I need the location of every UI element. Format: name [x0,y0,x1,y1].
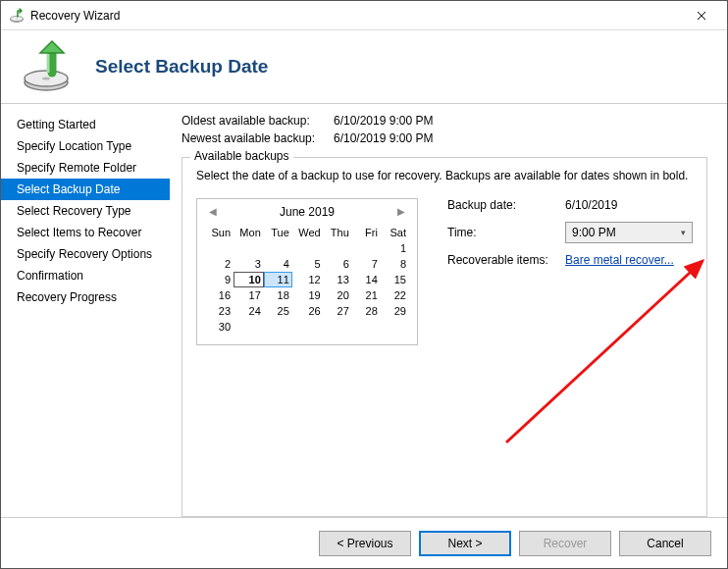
calendar-day[interactable]: 15 [381,272,409,287]
calendar-day[interactable]: 19 [292,287,324,303]
calendar-day[interactable]: 27 [324,303,352,319]
calendar-day[interactable]: 26 [292,303,324,319]
page-title: Select Backup Date [95,56,268,78]
calendar-day [324,319,352,335]
calendar-day[interactable]: 6 [324,256,352,272]
previous-button[interactable]: < Previous [319,531,411,556]
wizard-body: Getting StartedSpecify Location TypeSpec… [1,104,727,517]
calendar-month-label: June 2019 [221,205,393,219]
calendar-next-icon[interactable]: ▶ [393,206,409,217]
calendar-day-header: Thu [324,225,352,240]
calendar-day [234,319,264,335]
calendar-day[interactable]: 29 [381,303,409,319]
calendar-day[interactable]: 25 [264,303,292,319]
titlebar: Recovery Wizard [1,1,727,30]
calendar-day-header: Sat [381,225,409,240]
sidebar: Getting StartedSpecify Location TypeSpec… [1,104,170,517]
calendar-day[interactable]: 2 [205,256,234,272]
oldest-backup-value: 6/10/2019 9:00 PM [334,114,433,128]
recovery-wizard-window: Recovery Wizard Select Backup Date Getti… [0,0,728,569]
calendar-grid: SunMonTueWedThuFriSat 123456789101112131… [205,225,409,335]
sidebar-item[interactable]: Select Recovery Type [1,200,170,222]
footer: < Previous Next > Recover Cancel [1,517,727,568]
calendar-day [352,319,381,335]
calendar-day[interactable]: 17 [234,287,264,303]
calendar-day[interactable]: 18 [264,287,292,303]
recover-button: Recover [519,531,611,556]
calendar-day[interactable]: 30 [205,319,234,335]
calendar-day-header: Sun [205,225,234,240]
calendar-day[interactable]: 12 [292,272,324,287]
group-title: Available backups [190,149,293,163]
backup-date-label: Backup date: [447,198,565,212]
calendar-day[interactable]: 5 [292,256,324,272]
sidebar-item[interactable]: Specify Location Type [1,135,170,157]
svg-point-2 [16,18,18,19]
backup-summary: Oldest available backup: 6/10/2019 9:00 … [182,114,707,149]
window-title: Recovery Wizard [30,9,680,23]
calendar-day-header: Wed [292,225,324,240]
wizard-header: Select Backup Date [1,30,727,104]
calendar-day[interactable]: 9 [205,272,234,287]
calendar-day[interactable]: 16 [205,287,234,303]
calendar-day [352,240,381,256]
sidebar-item[interactable]: Specify Remote Folder [1,157,170,179]
backup-details: Backup date: 6/10/2019 Time: 9:00 PM ▾ [447,198,693,345]
svg-point-5 [42,78,50,80]
main-panel: Oldest available backup: 6/10/2019 9:00 … [170,104,727,517]
calendar-day[interactable]: 11 [264,272,292,287]
next-button[interactable]: Next > [419,531,511,556]
calendar-day[interactable]: 24 [234,303,264,319]
calendar-day[interactable]: 21 [352,287,381,303]
recoverable-items-label: Recoverable items: [447,253,565,267]
calendar-day[interactable]: 4 [264,256,292,272]
close-button[interactable] [680,2,723,29]
calendar-day[interactable]: 23 [205,303,234,319]
oldest-backup-label: Oldest available backup: [182,114,334,128]
cancel-button[interactable]: Cancel [619,531,711,556]
calendar-day[interactable]: 20 [324,287,352,303]
calendar-day-header: Fri [352,225,381,240]
calendar-day [292,240,324,256]
calendar-day[interactable]: 7 [352,256,381,272]
sidebar-item[interactable]: Getting Started [1,114,170,135]
header-icon [21,39,76,94]
sidebar-item[interactable]: Select Backup Date [1,179,170,200]
calendar-day[interactable]: 14 [352,272,381,287]
calendar-day-header: Tue [264,225,292,240]
group-description: Select the date of a backup to use for r… [196,168,693,184]
recoverable-items-link[interactable]: Bare metal recover... [565,253,693,267]
calendar-day [324,240,352,256]
calendar-day[interactable]: 3 [234,256,264,272]
calendar-day [205,240,234,256]
backup-date-value: 6/10/2019 [565,198,693,212]
time-dropdown-value: 9:00 PM [572,226,616,239]
calendar-day[interactable]: 28 [352,303,381,319]
calendar-day[interactable]: 13 [324,272,352,287]
time-label: Time: [447,226,565,239]
available-backups-group: Available backups Select the date of a b… [182,157,707,517]
calendar-day[interactable]: 10 [234,272,264,287]
newest-backup-value: 6/10/2019 9:00 PM [334,131,433,145]
time-dropdown[interactable]: 9:00 PM ▾ [565,222,693,243]
calendar-day[interactable]: 8 [381,256,409,272]
sidebar-item[interactable]: Specify Recovery Options [1,243,170,265]
sidebar-item[interactable]: Recovery Progress [1,286,170,308]
calendar-day[interactable]: 1 [381,240,409,256]
calendar-prev-icon[interactable]: ◀ [205,206,221,217]
sidebar-item[interactable]: Confirmation [1,265,170,286]
newest-backup-label: Newest available backup: [182,131,334,145]
calendar-day-header: Mon [234,225,264,240]
calendar[interactable]: ◀ June 2019 ▶ SunMonTueWedThuFriSat 1234… [196,198,418,345]
calendar-day [234,240,264,256]
chevron-down-icon: ▾ [681,228,686,237]
app-icon [9,8,25,24]
calendar-day[interactable]: 22 [381,287,409,303]
calendar-day [264,319,292,335]
calendar-day [292,319,324,335]
sidebar-item[interactable]: Select Items to Recover [1,222,170,243]
calendar-day [381,319,409,335]
calendar-day [264,240,292,256]
